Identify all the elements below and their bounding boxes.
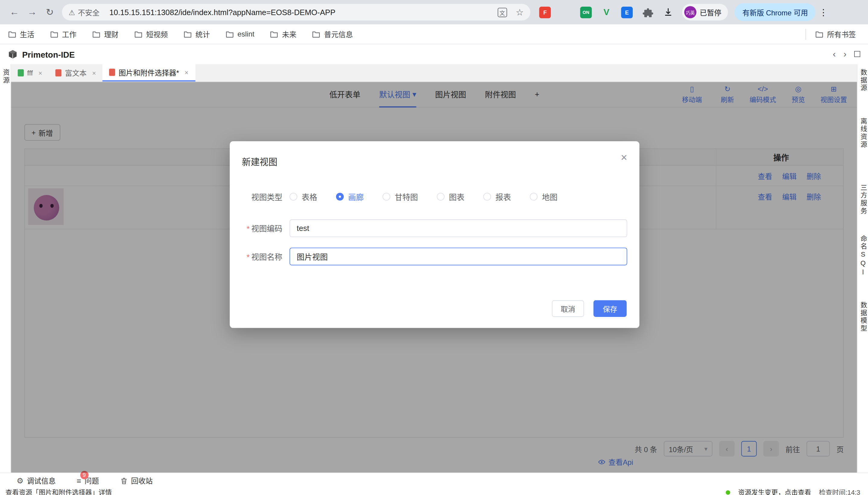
bookmark-folder[interactable]: 短视频	[134, 29, 168, 39]
label-text: 视图名称	[251, 253, 282, 261]
folder-icon	[8, 30, 17, 38]
bookmark-folder[interactable]: 理财	[92, 29, 119, 39]
editor-tabstrip: fff × 富文本 × 图片和附件选择器* ×	[11, 64, 857, 82]
rail-item-named-sql[interactable]: 命名SQl	[857, 235, 868, 277]
browser-menu-button[interactable]: ⋮	[819, 7, 828, 17]
editor-tab-fff[interactable]: fff ×	[11, 64, 49, 82]
reload-button[interactable]: ↻	[41, 3, 59, 21]
bookmark-folder[interactable]: eslint	[225, 30, 254, 38]
view-code-label: *视图编码	[230, 223, 282, 234]
dialog-title: 新建视图	[242, 155, 278, 168]
recycle-bin-button[interactable]: 回收站	[120, 475, 153, 486]
left-rail: 资源	[0, 64, 11, 473]
forward-button[interactable]: →	[23, 3, 41, 21]
radio-gantt[interactable]: 甘特图	[383, 191, 418, 202]
extension-icon-grid[interactable]	[560, 6, 571, 18]
editor-tab-label: 图片和附件选择器*	[119, 67, 179, 78]
view-code-input[interactable]	[289, 219, 627, 237]
radio-icon	[530, 193, 538, 201]
view-name-input[interactable]	[289, 248, 627, 265]
browser-toolbar: ← → ↻ ⚠ 不安全 10.15.15.151:13082/ide/index…	[0, 0, 868, 24]
bookmark-label: 普元信息	[324, 29, 353, 39]
radio-icon	[289, 193, 297, 201]
editor-tab-image-attachment-picker[interactable]: 图片和附件选择器* ×	[103, 64, 195, 82]
editor-tab-richtext[interactable]: 富文本 ×	[49, 64, 103, 82]
save-button[interactable]: 保存	[594, 300, 627, 317]
translate-icon[interactable]: 文	[497, 7, 507, 17]
radio-label: 甘特图	[395, 191, 418, 202]
radio-label: 画廊	[348, 191, 364, 202]
extension-icon-f[interactable]: F	[539, 6, 551, 18]
app-title: Primeton-IDE	[22, 50, 825, 59]
resource-changed-link[interactable]: 资源发生变更，点击查看	[738, 488, 811, 495]
back-button[interactable]: ←	[5, 3, 23, 21]
bottom-toolbar: ⚙ 调试信息 ≡9 问题 回收站	[0, 473, 868, 488]
right-rail: 数据源 离线资源 三方服务 命名SQl 数据模型	[857, 64, 868, 473]
extension-icon-e[interactable]: E	[621, 6, 633, 18]
close-tab-icon[interactable]: ×	[184, 69, 189, 76]
radio-map[interactable]: 地图	[530, 191, 557, 202]
view-code-row: *视图编码	[230, 219, 627, 237]
reload-icon: ↻	[46, 7, 54, 17]
radio-chart[interactable]: 图表	[437, 191, 464, 202]
url-text[interactable]: 10.15.15.151:13082/ide/index.html?appNam…	[109, 8, 498, 17]
close-tab-icon[interactable]: ×	[92, 69, 96, 77]
document-icon	[18, 69, 24, 76]
rail-item-data-model[interactable]: 数据模型	[857, 302, 868, 332]
bookmark-folder[interactable]: 未来	[270, 29, 297, 39]
rail-item-third-party-services[interactable]: 三方服务	[857, 184, 868, 215]
chrome-update-button[interactable]: 有新版 Chrome 可用	[735, 3, 816, 21]
downloads-button[interactable]	[663, 7, 673, 17]
address-bar[interactable]: ⚠ 不安全 10.15.15.151:13082/ide/index.html?…	[62, 4, 531, 20]
bookmark-folder[interactable]: 普元信息	[312, 29, 353, 39]
nav-next-button[interactable]: ›	[844, 49, 847, 59]
extensions-puzzle-button[interactable]	[643, 7, 653, 17]
extension-icon-on[interactable]: ON	[580, 6, 592, 18]
square-icon	[854, 51, 860, 57]
debug-info-button[interactable]: ⚙ 调试信息	[17, 475, 56, 486]
folder-icon	[225, 30, 234, 38]
view-name-label: *视图名称	[230, 251, 282, 262]
stage: ← → ↻ ⚠ 不安全 10.15.15.151:13082/ide/index…	[0, 0, 868, 495]
view-type-row: 视图类型 表格 画廊 甘特图 图表	[230, 190, 627, 203]
bookmark-folder[interactable]: 工作	[50, 29, 76, 39]
profile-paused-label: 已暂停	[700, 7, 722, 17]
rail-item-offline-resources[interactable]: 离线资源	[857, 117, 868, 149]
layout-toggle-button[interactable]	[854, 49, 860, 59]
profile-chip[interactable]: 巧英 已暂停	[682, 4, 728, 20]
status-left-text: 查看资源「图片和附件选择器」详情	[5, 488, 111, 495]
all-bookmarks-label: 所有书签	[827, 29, 856, 39]
radio-gallery[interactable]: 画廊	[336, 191, 364, 202]
problems-button[interactable]: ≡9 问题	[76, 475, 99, 486]
status-bar: 查看资源「图片和附件选择器」详情 资源发生变更，点击查看 检查时间:14:3	[0, 488, 868, 495]
required-mark: *	[247, 224, 250, 233]
bookmark-folder[interactable]: 统计	[183, 29, 210, 39]
cancel-button[interactable]: 取消	[552, 300, 584, 317]
folder-icon	[815, 30, 823, 38]
nav-prev-button[interactable]: ‹	[833, 49, 836, 59]
folder-icon	[92, 30, 101, 38]
all-bookmarks-button[interactable]: 所有书签	[815, 29, 856, 39]
close-tab-icon[interactable]: ×	[38, 69, 42, 77]
bookmark-label: 未来	[282, 29, 297, 39]
radio-label: 地图	[542, 191, 557, 202]
ide-titlebar: Primeton-IDE ‹ ›	[0, 45, 868, 64]
warning-icon: ⚠	[69, 8, 75, 17]
close-icon[interactable]: ×	[621, 151, 627, 164]
bookmark-label: eslint	[238, 30, 254, 38]
rail-item-datasource[interactable]: 数据源	[857, 69, 868, 92]
radio-label: 报表	[496, 191, 511, 202]
new-view-dialog: 新建视图 × 视图类型 表格 画廊 甘特图 图表	[230, 141, 639, 328]
radio-report[interactable]: 报表	[483, 191, 511, 202]
list-icon: ≡9	[76, 476, 81, 485]
bookmark-star-icon[interactable]: ☆	[516, 7, 524, 17]
security-label[interactable]: 不安全	[78, 7, 100, 17]
bookmark-folder[interactable]: 生活	[8, 29, 34, 39]
view-type-label: 视图类型	[230, 191, 282, 202]
bookmark-label: 理财	[104, 29, 119, 39]
rail-item-resources[interactable]: 资源	[0, 69, 11, 84]
extension-icon-v[interactable]: V	[601, 6, 613, 18]
radio-table[interactable]: 表格	[289, 191, 317, 202]
extension-e-glyph: E	[625, 9, 629, 15]
required-mark: *	[247, 253, 250, 261]
